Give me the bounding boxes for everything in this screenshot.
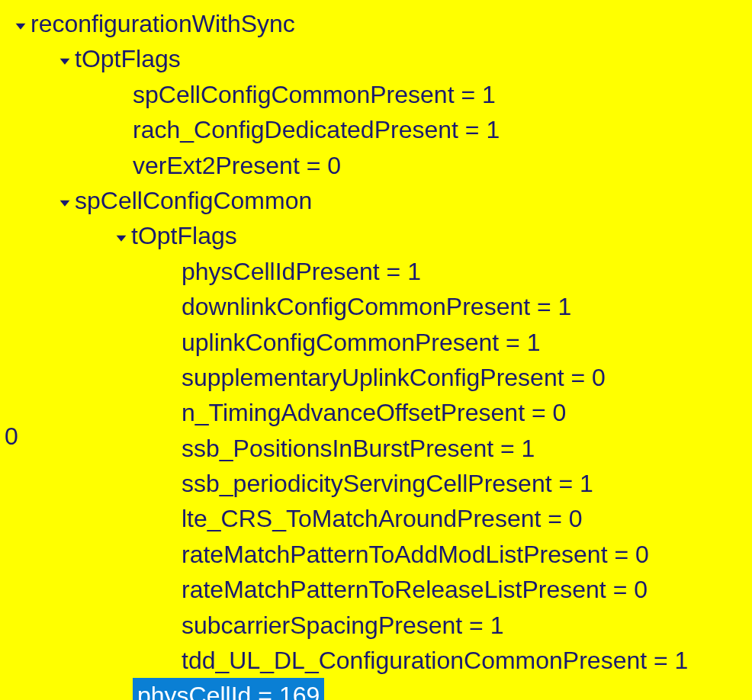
node-label: tOptFlags xyxy=(131,218,237,253)
tree-leaf-physcellid[interactable]: physCellId = 169 xyxy=(111,678,749,700)
tree-leaf[interactable]: ssb_periodicityServingCellPresent = 1 xyxy=(160,466,749,501)
caret-down-icon xyxy=(55,41,75,76)
tree-leaf[interactable]: n_TimingAdvanceOffsetPresent = 0 xyxy=(160,395,749,430)
tree-leaf[interactable]: physCellIdPresent = 1 xyxy=(160,254,749,289)
tree-leaf[interactable]: verExt2Present = 0 xyxy=(111,148,749,183)
tree-view: reconfigurationWithSync tOptFlags spCell… xyxy=(3,6,749,700)
tree-leaf[interactable]: spCellConfigCommonPresent = 1 xyxy=(111,77,749,112)
tree-leaf[interactable]: downlinkConfigCommonPresent = 1 xyxy=(160,289,749,324)
tree-node-spcellconfigcommon[interactable]: spCellConfigCommon xyxy=(55,183,749,218)
node-label: spCellConfigCommon xyxy=(75,183,312,218)
line-number-zero: 0 xyxy=(5,422,18,451)
tree-leaf[interactable]: subcarrierSpacingPresent = 1 xyxy=(160,608,749,643)
tree-node-reconfigurationWithSync[interactable]: reconfigurationWithSync xyxy=(11,6,749,41)
leaf-label: verExt2Present = 0 xyxy=(133,148,341,183)
leaf-label: rateMatchPatternToAddModListPresent = 0 xyxy=(182,537,649,572)
tree-leaf[interactable]: rach_ConfigDedicatedPresent = 1 xyxy=(111,112,749,147)
node-label: reconfigurationWithSync xyxy=(31,6,295,41)
tree-node-toptflags-2[interactable]: tOptFlags xyxy=(111,218,749,253)
leaf-label: physCellIdPresent = 1 xyxy=(182,254,421,289)
leaf-label: ssb_periodicityServingCellPresent = 1 xyxy=(182,466,593,501)
tree-leaf[interactable]: tdd_UL_DL_ConfigurationCommonPresent = 1 xyxy=(160,643,749,678)
leaf-label: subcarrierSpacingPresent = 1 xyxy=(182,608,503,643)
leaf-label: downlinkConfigCommonPresent = 1 xyxy=(182,289,571,324)
leaf-label: rach_ConfigDedicatedPresent = 1 xyxy=(133,112,500,147)
leaf-label: rateMatchPatternToReleaseListPresent = 0 xyxy=(182,572,648,607)
leaf-label-selected: physCellId = 169 xyxy=(133,678,324,700)
leaf-label: tdd_UL_DL_ConfigurationCommonPresent = 1 xyxy=(182,643,688,678)
tree-node-toptflags-1[interactable]: tOptFlags xyxy=(55,41,749,76)
tree-leaf[interactable]: supplementaryUplinkConfigPresent = 0 xyxy=(160,360,749,395)
tree-leaf[interactable]: rateMatchPatternToAddModListPresent = 0 xyxy=(160,537,749,572)
leaf-label: spCellConfigCommonPresent = 1 xyxy=(133,77,496,112)
leaf-label: supplementaryUplinkConfigPresent = 0 xyxy=(182,360,606,395)
caret-down-icon xyxy=(11,6,31,41)
tree-leaf[interactable]: lte_CRS_ToMatchAroundPresent = 0 xyxy=(160,501,749,536)
tree-leaf[interactable]: ssb_PositionsInBurstPresent = 1 xyxy=(160,431,749,466)
tree-leaf[interactable]: uplinkConfigCommonPresent = 1 xyxy=(160,325,749,360)
node-label: tOptFlags xyxy=(75,41,181,76)
caret-down-icon xyxy=(55,183,75,218)
leaf-label: lte_CRS_ToMatchAroundPresent = 0 xyxy=(182,501,583,536)
tree-leaf[interactable]: rateMatchPatternToReleaseListPresent = 0 xyxy=(160,572,749,607)
leaf-label: ssb_PositionsInBurstPresent = 1 xyxy=(182,431,535,466)
leaf-label: n_TimingAdvanceOffsetPresent = 0 xyxy=(182,395,566,430)
caret-down-icon xyxy=(111,218,131,253)
leaf-label: uplinkConfigCommonPresent = 1 xyxy=(182,325,540,360)
